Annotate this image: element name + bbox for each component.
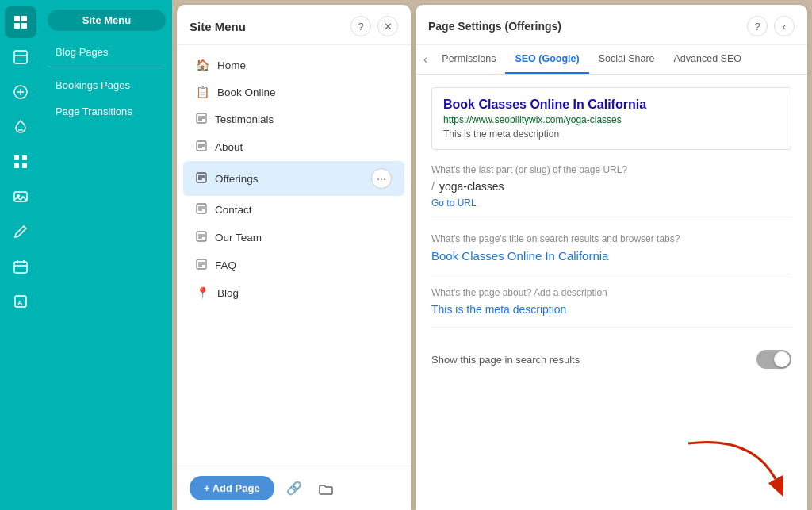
settings-panel-title: Page Settings (Offerings) xyxy=(428,20,561,33)
meta-description-section: What's the page about? Add a description… xyxy=(431,287,791,328)
svg-rect-13 xyxy=(22,163,27,168)
page-item-blog[interactable]: 📍 Blog xyxy=(183,279,404,306)
pages-close-button[interactable]: ✕ xyxy=(377,16,398,36)
calendar-icon-btn[interactable] xyxy=(5,251,36,282)
about-icon xyxy=(196,140,207,154)
red-arrow-indicator xyxy=(680,435,783,502)
svg-rect-2 xyxy=(14,23,20,29)
svg-rect-12 xyxy=(14,163,19,168)
tab-seo-google[interactable]: SEO (Google) xyxy=(505,45,588,74)
svg-rect-16 xyxy=(14,262,27,273)
page-name-testimonials: Testimonials xyxy=(215,113,392,125)
pages-panel-title: Site Menu xyxy=(190,20,246,33)
book-online-icon: 📋 xyxy=(196,86,209,98)
link-icon-btn[interactable]: 🔗 xyxy=(282,477,306,500)
page-item-book-online[interactable]: 📋 Book Online xyxy=(183,79,404,105)
tab-social-share[interactable]: Social Share xyxy=(589,45,665,74)
folder-icon-btn[interactable] xyxy=(314,477,338,500)
pen-icon-btn[interactable] xyxy=(5,216,36,247)
url-slug-row: / yoga-classes xyxy=(431,180,791,193)
site-menu-blog-pages[interactable]: Blog Pages xyxy=(48,40,166,67)
contact-icon xyxy=(196,203,207,217)
testimonials-icon xyxy=(196,113,207,126)
seo-preview-title: Book Classes Online In California xyxy=(443,98,779,112)
settings-help-button[interactable]: ? xyxy=(747,16,768,36)
svg-rect-11 xyxy=(22,155,27,160)
page-item-home[interactable]: 🏠 Home xyxy=(183,52,404,79)
tab-advanced-seo[interactable]: Advanced SEO xyxy=(665,45,751,74)
page-item-faq[interactable]: FAQ xyxy=(183,251,404,279)
page-name-contact: Contact xyxy=(215,204,392,216)
settings-back-button[interactable]: ‹ xyxy=(774,16,795,36)
layout-icon-btn[interactable] xyxy=(5,41,36,73)
site-menu-transitions[interactable]: Page Transitions xyxy=(48,100,166,123)
tools-icon-btn[interactable]: A xyxy=(5,286,36,317)
tab-permissions[interactable]: Permissions xyxy=(432,45,505,74)
url-slash: / xyxy=(431,180,435,193)
page-name-blog: Blog xyxy=(217,287,392,299)
add-icon-btn[interactable] xyxy=(5,76,36,108)
media-icon-btn[interactable] xyxy=(5,181,36,213)
pages-help-button[interactable]: ? xyxy=(350,16,371,36)
page-title-label: What's the page's title on search result… xyxy=(431,233,791,244)
blog-icon: 📍 xyxy=(196,286,209,299)
design-icon-btn[interactable] xyxy=(5,111,36,143)
page-title-section: What's the page's title on search result… xyxy=(431,233,791,274)
show-in-search-toggle[interactable] xyxy=(756,350,791,369)
page-item-offerings[interactable]: Offerings ··· xyxy=(183,161,404,196)
settings-panel: Page Settings (Offerings) ? ‹ ‹ Permissi… xyxy=(416,5,807,510)
settings-content: Book Classes Online In California https:… xyxy=(416,75,807,510)
page-name-offerings: Offerings xyxy=(215,173,363,185)
page-name-faq: FAQ xyxy=(215,259,392,271)
page-item-about[interactable]: About xyxy=(183,133,404,161)
site-menu-bookings[interactable]: Bookings Pages xyxy=(48,74,166,97)
show-in-search-label: Show this page in search results xyxy=(431,354,580,366)
url-slug-value[interactable]: yoga-classes xyxy=(439,180,504,193)
svg-rect-0 xyxy=(14,16,20,21)
offerings-more-button[interactable]: ··· xyxy=(371,168,392,189)
show-in-search-row: Show this page in search results xyxy=(431,340,791,369)
settings-header: Page Settings (Offerings) ? ‹ xyxy=(416,5,807,45)
meta-description-label: What's the page about? Add a description xyxy=(431,287,791,298)
meta-description-value[interactable]: This is the meta description xyxy=(431,303,791,316)
page-item-testimonials[interactable]: Testimonials xyxy=(183,105,404,133)
page-name-book-online: Book Online xyxy=(217,86,392,98)
pages-footer: + Add Page 🔗 xyxy=(177,466,411,510)
page-title-value[interactable]: Book Classes Online In California xyxy=(431,249,791,263)
pages-icon-btn[interactable] xyxy=(5,6,36,38)
home-icon: 🏠 xyxy=(196,59,209,71)
seo-preview-card: Book Classes Online In California https:… xyxy=(431,87,791,150)
url-slug-label: What's the last part (or slug) of the pa… xyxy=(431,164,791,175)
our-team-icon xyxy=(196,231,207,244)
go-to-url-link[interactable]: Go to URL xyxy=(431,197,791,209)
settings-header-icons: ? ‹ xyxy=(747,16,795,36)
svg-rect-4 xyxy=(14,51,27,63)
apps-icon-btn[interactable] xyxy=(5,146,36,178)
site-menu-panel: Site Menu Blog Pages Bookings Pages Page… xyxy=(41,0,172,510)
tabs-row: ‹ Permissions SEO (Google) Social Share … xyxy=(416,45,807,75)
svg-rect-3 xyxy=(21,23,27,29)
pages-header: Site Menu ? ✕ xyxy=(177,5,411,45)
page-name-home: Home xyxy=(217,59,392,71)
seo-preview-url: https://www.seobilitywix.com/yoga-classe… xyxy=(443,114,779,125)
page-item-our-team[interactable]: Our Team xyxy=(183,224,404,251)
add-page-button[interactable]: + Add Page xyxy=(190,476,274,500)
pages-header-icons: ? ✕ xyxy=(350,16,398,36)
toggle-knob xyxy=(774,351,790,367)
offerings-icon xyxy=(196,172,207,186)
page-item-contact[interactable]: Contact xyxy=(183,196,404,224)
svg-rect-10 xyxy=(14,155,19,160)
svg-text:A: A xyxy=(17,299,23,307)
seo-preview-desc: This is the meta description xyxy=(443,128,779,140)
tabs-left-arrow[interactable]: ‹ xyxy=(419,52,432,67)
url-slug-section: What's the last part (or slug) of the pa… xyxy=(431,164,791,220)
page-name-our-team: Our Team xyxy=(215,232,392,243)
faq-icon xyxy=(196,259,207,272)
pages-list: 🏠 Home 📋 Book Online Testimonials About xyxy=(177,45,411,466)
svg-rect-1 xyxy=(21,16,27,21)
icon-sidebar: A xyxy=(0,0,41,510)
pages-panel: Site Menu ? ✕ 🏠 Home 📋 Book Online Testi… xyxy=(177,5,411,510)
page-name-about: About xyxy=(215,141,392,153)
site-menu-title[interactable]: Site Menu xyxy=(48,10,166,31)
